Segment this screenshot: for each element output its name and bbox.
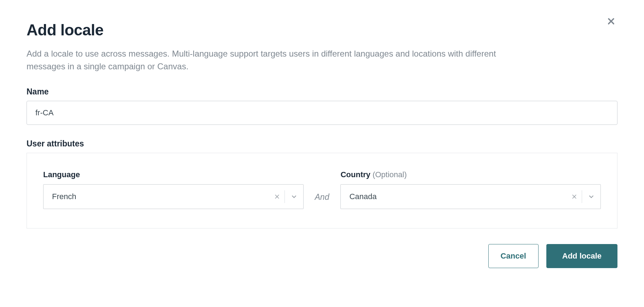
language-value: French xyxy=(52,192,270,201)
language-label: Language xyxy=(43,170,304,179)
language-clear-button[interactable] xyxy=(270,193,284,200)
add-locale-modal: Add locale Add a locale to use across me… xyxy=(27,21,617,268)
modal-footer: Cancel Add locale xyxy=(27,244,617,268)
language-select[interactable]: French xyxy=(43,184,304,209)
close-button[interactable] xyxy=(605,15,617,28)
modal-title: Add locale xyxy=(27,21,617,39)
country-clear-button[interactable] xyxy=(567,193,582,200)
country-label: Country (Optional) xyxy=(340,170,601,179)
name-input[interactable] xyxy=(27,101,617,125)
close-icon xyxy=(606,16,616,26)
language-column: Language French xyxy=(43,170,304,209)
user-attributes-box: Language French xyxy=(27,153,617,228)
clear-icon xyxy=(571,193,578,200)
country-select-controls xyxy=(567,185,600,209)
and-separator: And xyxy=(315,192,329,209)
country-optional-text: (Optional) xyxy=(373,170,407,179)
country-caret[interactable] xyxy=(582,193,600,201)
cancel-button[interactable]: Cancel xyxy=(488,244,539,268)
add-locale-button[interactable]: Add locale xyxy=(546,244,617,268)
language-caret[interactable] xyxy=(285,193,303,201)
user-attributes-label: User attributes xyxy=(27,139,617,149)
country-select[interactable]: Canada xyxy=(340,184,601,209)
chevron-down-icon xyxy=(587,193,595,201)
clear-icon xyxy=(274,193,281,200)
language-select-controls xyxy=(270,185,303,209)
modal-description: Add a locale to use across messages. Mul… xyxy=(27,47,536,73)
country-label-text: Country xyxy=(340,170,370,179)
chevron-down-icon xyxy=(290,193,298,201)
name-label: Name xyxy=(27,87,617,97)
country-column: Country (Optional) Canada xyxy=(340,170,601,209)
country-value: Canada xyxy=(349,192,567,201)
